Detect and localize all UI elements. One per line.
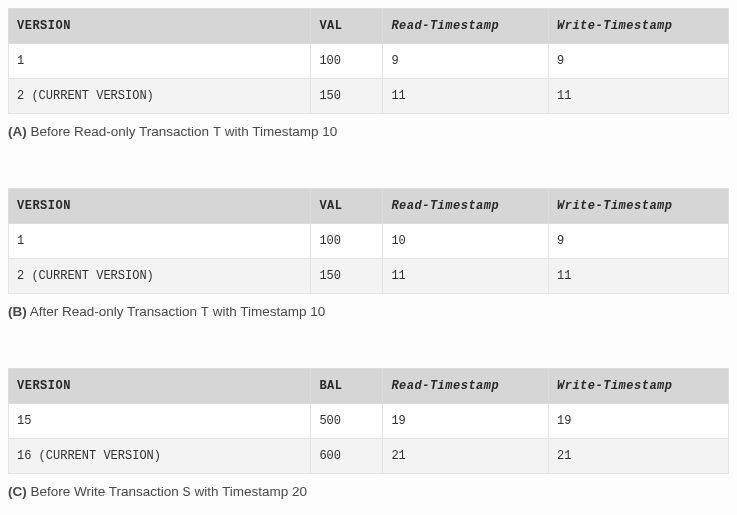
cell-read-timestamp: 9 (383, 44, 549, 79)
table-row: 2 (CURRENT VERSION) 150 11 11 (9, 259, 729, 294)
section-b: VERSION VAL Read-Timestamp Write-Timesta… (8, 188, 729, 320)
table-header-row: VERSION VAL Read-Timestamp Write-Timesta… (9, 189, 729, 224)
caption-text-suffix: with Timestamp 10 (221, 124, 337, 139)
caption-label: (A) (8, 124, 27, 139)
table-header-row: VERSION BAL Read-Timestamp Write-Timesta… (9, 369, 729, 404)
col-write-timestamp: Write-Timestamp (548, 189, 728, 224)
cell-version: 1 (9, 224, 311, 259)
cell-write-timestamp: 11 (548, 79, 728, 114)
caption-txn: T (201, 305, 209, 320)
caption-label: (C) (8, 484, 27, 499)
col-read-timestamp: Read-Timestamp (383, 369, 549, 404)
col-version: VERSION (9, 9, 311, 44)
cell-version: 16 (CURRENT VERSION) (9, 439, 311, 474)
section-a: VERSION VAL Read-Timestamp Write-Timesta… (8, 8, 729, 140)
table-row: 1 100 9 9 (9, 44, 729, 79)
table-header-row: VERSION VAL Read-Timestamp Write-Timesta… (9, 9, 729, 44)
col-val: VAL (311, 189, 383, 224)
cell-read-timestamp: 10 (383, 224, 549, 259)
cell-val: 100 (311, 224, 383, 259)
col-read-timestamp: Read-Timestamp (383, 9, 549, 44)
caption-text-suffix: with Timestamp 10 (209, 304, 325, 319)
cell-version: 2 (CURRENT VERSION) (9, 79, 311, 114)
col-read-timestamp: Read-Timestamp (383, 189, 549, 224)
table-a: VERSION VAL Read-Timestamp Write-Timesta… (8, 8, 729, 114)
cell-read-timestamp: 11 (383, 259, 549, 294)
cell-write-timestamp: 11 (548, 259, 728, 294)
col-write-timestamp: Write-Timestamp (548, 9, 728, 44)
cell-val: 150 (311, 259, 383, 294)
caption-label: (B) (8, 304, 27, 319)
cell-version: 1 (9, 44, 311, 79)
caption-a: (A) Before Read-only Transaction T with … (8, 124, 729, 140)
cell-read-timestamp: 19 (383, 404, 549, 439)
caption-text-prefix: Before Write Transaction (31, 484, 183, 499)
cell-val: 100 (311, 44, 383, 79)
cell-read-timestamp: 11 (383, 79, 549, 114)
caption-text-prefix: Before Read-only Transaction (31, 124, 213, 139)
col-val: VAL (311, 9, 383, 44)
caption-b: (B) After Read-only Transaction T with T… (8, 304, 729, 320)
caption-text-suffix: with Timestamp 20 (191, 484, 307, 499)
cell-write-timestamp: 9 (548, 224, 728, 259)
cell-write-timestamp: 19 (548, 404, 728, 439)
cell-val: 150 (311, 79, 383, 114)
cell-version: 2 (CURRENT VERSION) (9, 259, 311, 294)
cell-val: 600 (311, 439, 383, 474)
cell-write-timestamp: 21 (548, 439, 728, 474)
table-row: 1 100 10 9 (9, 224, 729, 259)
caption-text-prefix: After Read-only Transaction (30, 304, 201, 319)
table-row: 2 (CURRENT VERSION) 150 11 11 (9, 79, 729, 114)
section-c: VERSION BAL Read-Timestamp Write-Timesta… (8, 368, 729, 500)
col-version: VERSION (9, 189, 311, 224)
col-write-timestamp: Write-Timestamp (548, 369, 728, 404)
cell-version: 15 (9, 404, 311, 439)
table-row: 16 (CURRENT VERSION) 600 21 21 (9, 439, 729, 474)
cell-write-timestamp: 9 (548, 44, 728, 79)
table-b: VERSION VAL Read-Timestamp Write-Timesta… (8, 188, 729, 294)
cell-val: 500 (311, 404, 383, 439)
caption-txn: T (213, 125, 221, 140)
col-version: VERSION (9, 369, 311, 404)
table-c: VERSION BAL Read-Timestamp Write-Timesta… (8, 368, 729, 474)
table-row: 15 500 19 19 (9, 404, 729, 439)
cell-read-timestamp: 21 (383, 439, 549, 474)
col-val: BAL (311, 369, 383, 404)
caption-txn: S (183, 485, 191, 500)
caption-c: (C) Before Write Transaction S with Time… (8, 484, 729, 500)
